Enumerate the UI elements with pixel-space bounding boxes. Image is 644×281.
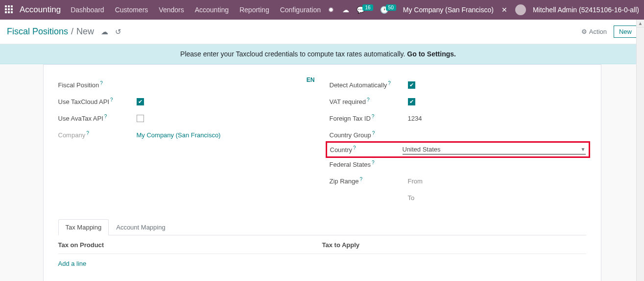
country-field-highlight: Country? United States ▼ xyxy=(326,141,590,158)
label-use-avatax: Use AvaTax API? xyxy=(58,114,137,122)
help-icon[interactable]: ? xyxy=(104,114,107,119)
help-icon[interactable]: ? xyxy=(367,97,370,102)
nav-customers[interactable]: Customers xyxy=(115,6,148,14)
nav-vendors[interactable]: Vendors xyxy=(159,6,184,14)
label-detect-auto: Detect Automatically? xyxy=(330,80,408,89)
tab-account-mapping[interactable]: Account Mapping xyxy=(109,219,172,235)
breadcrumb-sep: / xyxy=(71,26,73,37)
label-foreign-tax: Foreign Tax ID? xyxy=(330,114,408,122)
label-zip-range: Zip Range? xyxy=(330,177,408,185)
support-icon[interactable]: ☁ xyxy=(342,6,350,14)
label-fiscal-position: Fiscal Position? xyxy=(58,80,137,89)
breadcrumb-root[interactable]: Fiscal Positions xyxy=(7,26,68,37)
discard-icon[interactable]: ↺ xyxy=(115,27,121,36)
form-sheet: EN Fiscal Position? Use TaxCloud API? ✔ … xyxy=(43,64,601,281)
activities-badge: 50 xyxy=(386,4,396,11)
cloud-save-icon[interactable]: ☁ xyxy=(101,27,108,36)
vat-required-checkbox[interactable]: ✔ xyxy=(408,98,415,105)
help-icon[interactable]: ? xyxy=(86,130,89,136)
nav-configuration[interactable]: Configuration xyxy=(280,6,321,14)
col-tax-to-apply: Tax to Apply xyxy=(322,241,586,249)
country-value: United States xyxy=(403,146,581,153)
company-switcher[interactable]: My Company (San Francisco) xyxy=(403,6,494,14)
scrollbar[interactable]: ▲ xyxy=(636,20,644,281)
alert-banner: Please enter your Taxcloud credentials t… xyxy=(0,44,636,64)
nav-reporting[interactable]: Reporting xyxy=(239,6,269,14)
help-icon[interactable]: ? xyxy=(372,114,375,119)
nav-dashboard[interactable]: Dashboard xyxy=(71,6,104,14)
apps-icon[interactable] xyxy=(5,5,14,14)
label-vat-required: VAT required? xyxy=(330,97,408,105)
detect-auto-checkbox[interactable]: ✔ xyxy=(408,81,415,89)
scroll-up-icon[interactable]: ▲ xyxy=(637,20,644,27)
user-menu[interactable]: Mitchell Admin (52415106-16-0-all) xyxy=(533,6,639,14)
nav-accounting[interactable]: Accounting xyxy=(195,6,229,14)
country-dropdown[interactable]: United States ▼ xyxy=(403,145,586,154)
lang-toggle[interactable]: EN xyxy=(307,77,315,83)
breadcrumb: Fiscal Positions / New xyxy=(7,26,94,37)
label-use-taxcloud: Use TaxCloud API? xyxy=(58,97,137,105)
help-icon[interactable]: ? xyxy=(359,177,362,182)
help-icon[interactable]: ? xyxy=(372,130,375,136)
add-line-link[interactable]: Add a line xyxy=(58,254,586,273)
messages-button[interactable]: 💬16 xyxy=(357,6,373,14)
help-icon[interactable]: ? xyxy=(372,160,375,165)
use-taxcloud-checkbox[interactable]: ✔ xyxy=(137,98,144,105)
help-icon[interactable]: ? xyxy=(110,97,113,102)
chevron-down-icon[interactable]: ▼ xyxy=(581,147,586,152)
help-icon[interactable]: ? xyxy=(353,145,356,151)
tools-icon[interactable]: ✕ xyxy=(501,6,508,14)
messages-badge: 16 xyxy=(362,4,373,11)
foreign-tax-value[interactable]: 1234 xyxy=(408,115,586,122)
tab-tax-mapping[interactable]: Tax Mapping xyxy=(58,219,109,235)
brand-title: Accounting xyxy=(20,5,61,15)
zip-from-input[interactable]: From xyxy=(408,178,586,185)
action-menu[interactable]: ⚙Action xyxy=(581,28,607,35)
zip-to-input[interactable]: To xyxy=(408,194,586,202)
company-link[interactable]: My Company (San Francisco) xyxy=(137,131,221,139)
help-icon[interactable]: ? xyxy=(388,80,391,86)
use-avatax-checkbox[interactable] xyxy=(137,115,144,122)
debug-icon[interactable]: ✹ xyxy=(327,6,335,14)
col-tax-on-product: Tax on Product xyxy=(58,241,322,249)
help-icon[interactable]: ? xyxy=(100,80,103,86)
gear-icon: ⚙ xyxy=(581,28,587,35)
go-to-settings-link[interactable]: Go to Settings. xyxy=(407,50,456,58)
new-button[interactable]: New xyxy=(614,26,637,38)
label-federal-states: Federal States? xyxy=(330,160,408,168)
label-company: Company? xyxy=(58,130,137,139)
label-country: Country? xyxy=(330,145,403,153)
activities-button[interactable]: 🕐50 xyxy=(380,6,396,14)
avatar[interactable] xyxy=(515,4,526,15)
breadcrumb-current: New xyxy=(76,26,94,37)
label-country-group: Country Group? xyxy=(330,130,408,139)
